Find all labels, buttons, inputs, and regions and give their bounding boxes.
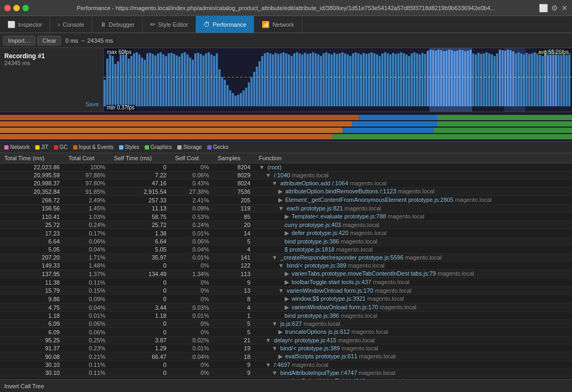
table-row[interactable]: 15.79 0.15% 0 0% 13 ▼ varienWindowOnload… — [0, 287, 572, 295]
svg-rect-109 — [387, 53, 389, 106]
col-total-cost[interactable]: Total Cost — [64, 153, 109, 163]
table-row[interactable]: 207.20 1.71% 35.97 0.01% 141 ▼ _createRe… — [0, 254, 572, 262]
devtools-close-icon[interactable]: ✕ — [561, 4, 568, 12]
svg-rect-65 — [269, 53, 271, 106]
table-row[interactable]: 6.09 0.06% 0 0% 5 ▶ truncateOptions js.j… — [0, 328, 572, 336]
svg-rect-92 — [341, 52, 343, 106]
svg-rect-37 — [194, 53, 197, 106]
cell-self-time: 5.05 — [109, 246, 170, 254]
svg-rect-91 — [339, 53, 341, 106]
cell-samples: 8204 — [214, 163, 255, 171]
svg-rect-123 — [424, 54, 426, 106]
fn-name: js.js:627 — [280, 320, 302, 327]
table-row[interactable]: 156.56 1.45% 11.13 0.09% 119 ▼ each prot… — [0, 205, 572, 213]
profile-table-container[interactable]: Total Time (ms) Total Cost Self Time (ms… — [0, 153, 572, 379]
devtools-settings-icon[interactable]: ⚙ — [551, 4, 558, 12]
col-total-time[interactable]: Total Time (ms) — [0, 153, 64, 163]
svg-rect-129 — [440, 50, 442, 106]
cell-self-time: 0 — [109, 163, 170, 171]
table-row[interactable]: 91.37 0.23% 1.29 0.01% 19 ▼ bind/< proto… — [0, 344, 572, 352]
fn-file: magento.local — [359, 370, 396, 376]
minimize-button[interactable] — [13, 5, 20, 11]
svg-rect-89 — [333, 53, 335, 106]
table-row[interactable]: 5.05 0.04% 5.05 0.04% 4 $ prototype.js:1… — [0, 246, 572, 254]
titlebar: Performance - https://magento.local/inde… — [0, 0, 572, 16]
fn-file: magento.local — [341, 238, 378, 245]
col-function[interactable]: Function — [255, 153, 572, 163]
table-row[interactable]: 90.08 0.21% 66.47 0.04% 18 ▶ evalScripts… — [0, 352, 572, 361]
cell-function: ▼ bind/< prototype.js:389 magento.local — [255, 344, 572, 352]
table-row[interactable]: 6.64 0.06% 6.64 0.06% 5 bind prototype.j… — [0, 238, 572, 246]
cell-samples: 14 — [214, 229, 255, 238]
svg-rect-78 — [304, 53, 306, 106]
cell-total-cost: 0.21% — [64, 352, 109, 361]
svg-rect-167 — [542, 56, 544, 106]
legend-graphics: Graphics — [145, 144, 172, 150]
fn-file: magento.local — [350, 230, 387, 236]
table-row[interactable]: 4.75 0.04% 3.44 0.03% 4 ▶ varienWindowOn… — [0, 303, 572, 312]
cell-self-cost: 1.34% — [171, 270, 214, 278]
cell-total-cost: 0.11% — [64, 361, 109, 369]
table-row[interactable]: 6.09 0.06% 0 0% 5 ▼ js.js:627 magento.lo… — [0, 320, 572, 328]
invert-call-tree-button[interactable]: Invert Call Tree — [4, 383, 44, 389]
table-row[interactable]: 9.86 0.09% 0 0% 8 ▶ window.$$ prototype.… — [0, 295, 572, 303]
table-row[interactable]: 110.41 1.03% 58.75 0.53% 85 ▶ Template<.… — [0, 213, 572, 221]
svg-rect-169 — [547, 50, 549, 106]
table-row[interactable]: 22,023.86 100% 0 0% 8204 ▼ (root) — [0, 163, 572, 171]
table-row[interactable]: 20,988.37 97.80% 47.16 0.43% 8024 ▼ attr… — [0, 179, 572, 187]
svg-rect-21 — [152, 54, 154, 106]
cell-total-cost: 0.11% — [64, 278, 109, 287]
svg-rect-127 — [435, 51, 437, 106]
cell-samples: 205 — [214, 196, 255, 205]
close-button[interactable] — [4, 5, 11, 11]
tree-arrow: ▶ — [278, 353, 284, 359]
tab-style-editor[interactable]: ✏ Style Editor — [143, 16, 196, 33]
svg-rect-26 — [165, 56, 167, 106]
tab-performance[interactable]: ⏱ Performance — [196, 16, 254, 33]
maximize-button[interactable] — [22, 5, 29, 11]
svg-rect-38 — [197, 53, 199, 106]
cell-total-cost: 100% — [64, 163, 109, 171]
devtools-dock-icon[interactable]: ⬜ — [539, 4, 548, 12]
table-row[interactable]: 266.72 2.49% 257.33 2.41% 205 ▶ Element.… — [0, 196, 572, 205]
col-self-time[interactable]: Self Time (ms) — [109, 153, 170, 163]
table-row[interactable]: 30.10 0.11% 0 0% 9 ▼ bindAttributeInputT… — [0, 369, 572, 377]
table-row[interactable]: 25.72 0.24% 25.72 0.24% 20 curry prototy… — [0, 221, 572, 229]
table-row[interactable]: 11.38 0.11% 0 0% 9 ▶ toolbarToggle.start… — [0, 278, 572, 287]
cell-samples: 8024 — [214, 179, 255, 187]
svg-rect-70 — [283, 52, 285, 106]
cell-self-time: 0 — [109, 369, 170, 377]
table-row[interactable]: 95.25 0.25% 3.87 0.02% 21 ▼ delay/< prot… — [0, 336, 572, 344]
tab-console[interactable]: › Console — [50, 16, 92, 33]
save-button[interactable]: Save — [4, 101, 99, 107]
svg-rect-154 — [507, 50, 509, 106]
table-row[interactable]: 17.23 0.17% 1.38 0.01% 14 ▶ defer protot… — [0, 229, 572, 238]
tree-arrow: ▼ — [272, 180, 279, 186]
tab-network[interactable]: 📶 Network — [254, 16, 302, 33]
fn-name: /:4697 — [274, 362, 291, 368]
tab-debugger[interactable]: ⏸ Debugger — [92, 16, 143, 33]
svg-rect-189 — [434, 128, 572, 133]
tree-arrow: ▶ — [278, 197, 284, 203]
cell-total-time: 4.75 — [0, 303, 64, 312]
table-row[interactable]: 20,352.84 91.85% 2,915.54 27.38% 7536 ▶ … — [0, 187, 572, 196]
table-row[interactable]: 149.33 1.48% 0 0% 122 ▼ bind/< prototype… — [0, 262, 572, 270]
col-self-cost[interactable]: Self Cost — [171, 153, 214, 163]
svg-rect-76 — [299, 53, 301, 106]
svg-rect-54 — [240, 93, 242, 106]
svg-rect-171 — [552, 50, 554, 106]
table-row[interactable]: 137.95 1.37% 134.49 1.34% 113 ▶ varienTa… — [0, 270, 572, 278]
svg-rect-83 — [317, 54, 319, 106]
fn-name: each prototype.js:821 — [287, 205, 343, 211]
svg-rect-33 — [184, 52, 186, 106]
tree-arrow: ▼ — [278, 262, 286, 269]
clear-button[interactable]: Clear — [37, 36, 61, 45]
svg-rect-136 — [459, 50, 461, 106]
table-row[interactable]: 20,995.59 97.86% 7.22 0.06% 8029 ▼ /:104… — [0, 171, 572, 179]
tab-inspector[interactable]: ⬜ Inspector — [0, 16, 50, 33]
col-samples[interactable]: Samples — [214, 153, 255, 163]
cell-function: ▶ truncateOptions js.js:612 magento.loca… — [255, 328, 572, 336]
import-button[interactable]: Import… — [3, 36, 35, 45]
table-row[interactable]: 1.18 0.01% 1.18 0.01% 1 bind prototype.j… — [0, 312, 572, 320]
table-row[interactable]: 30.10 0.11% 0 0% 9 ▼ /:4697 magento.loca… — [0, 361, 572, 369]
